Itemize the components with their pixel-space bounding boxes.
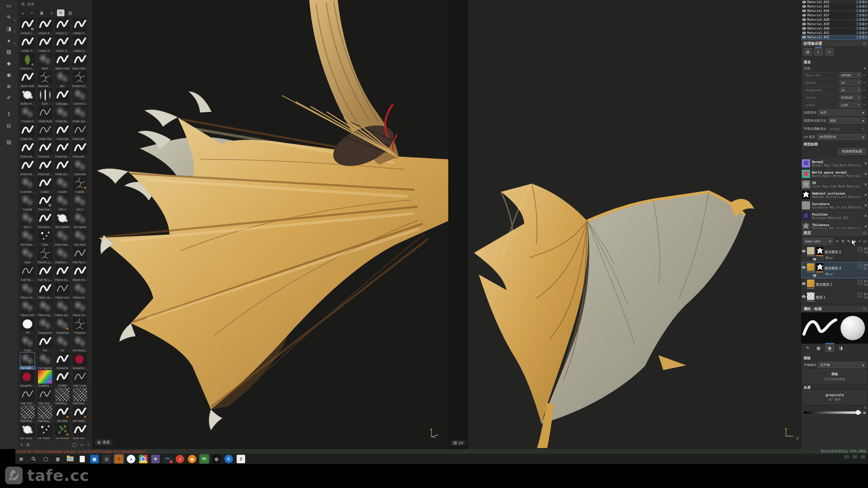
visibility-eye-icon[interactable] <box>802 32 806 34</box>
effect-visibility-eye-icon[interactable] <box>813 274 816 277</box>
brush-item[interactable]: Basic Soft <box>19 70 36 88</box>
effect-visibility-eye-icon[interactable] <box>813 258 816 261</box>
add-channel-button[interactable]: + <box>864 66 866 71</box>
brush-item[interactable]: Cement 2 <box>19 106 36 123</box>
filter-textures-icon[interactable]: ◑ <box>47 9 55 16</box>
brush-item[interactable]: Chalk Str... <box>19 123 36 141</box>
clear-mesh-map-button[interactable]: ✕ <box>863 161 868 166</box>
tab-texture-set-list[interactable]: ▤ <box>803 48 812 56</box>
mesh-map-row[interactable]: World space normalWorld Space Normals Ma… <box>801 169 868 179</box>
channel-format-select[interactable]: sRGB8▾ <box>840 72 861 78</box>
layer-row[interactable]: 填充图层 3标准50SBlur <box>801 262 868 278</box>
mesh-map-row[interactable]: PositionPosition Material.032✕ <box>801 211 868 221</box>
brush-item[interactable]: Concrete ... <box>19 176 36 194</box>
brush-item[interactable]: Dirt Spot... <box>19 229 36 247</box>
layer-effect-row[interactable]: SBlur <box>813 255 833 261</box>
viewport-3d[interactable]: 透视 <box>92 0 448 449</box>
task-view-button[interactable]: ▦ <box>54 455 62 463</box>
layer-wrench-icon[interactable]: ✑ <box>835 239 839 244</box>
brush-item[interactable]: Hair Lines <box>72 370 88 388</box>
brush-item[interactable]: Hatching ... <box>37 405 54 423</box>
zbrush[interactable]: Z <box>237 455 245 463</box>
brush-item[interactable]: Dry Mud <box>72 229 88 247</box>
tab-texture-set-settings[interactable]: ◐ <box>814 48 823 56</box>
remove-channel-button[interactable]: − <box>863 73 866 77</box>
brush-item[interactable]: Gouache ... <box>19 370 36 388</box>
notepad[interactable] <box>78 455 86 463</box>
brush-item[interactable]: Fibers Ja... <box>37 282 54 300</box>
viewport-2d[interactable]: UV U <box>448 0 801 449</box>
list-view-icon[interactable]: ≡ <box>20 442 23 447</box>
brush-item[interactable]: Graffiti <box>54 370 71 388</box>
brush-item[interactable]: Hatching ... <box>54 388 71 405</box>
layer-effect-icon[interactable]: ◔ <box>859 239 861 244</box>
brush-item[interactable]: Ink Splatt... <box>37 423 54 439</box>
brush-item[interactable]: Fibers Int... <box>19 282 36 300</box>
brush-item[interactable]: Gouache ... <box>72 352 88 370</box>
brush-item[interactable]: Charcoal ... <box>37 159 54 176</box>
brush-item[interactable]: Charcoal ... <box>37 141 54 159</box>
material-row[interactable]: Material.025主要着色器 <box>801 4 868 9</box>
brush-item[interactable]: Bark <box>37 53 54 70</box>
brush-item[interactable]: Charcoal <box>54 123 71 141</box>
clone-tool[interactable]: ⊕ <box>0 81 18 92</box>
mesh-map-row[interactable]: CurvatureCurvature Map fr…esh Material.0… <box>801 200 868 211</box>
grayscale-slider-track[interactable] <box>804 411 861 414</box>
start-button[interactable]: ⊞ <box>17 455 25 463</box>
brush-item[interactable]: Hair Line... <box>19 388 36 405</box>
brush-item[interactable]: PsDark Hat... <box>37 194 54 211</box>
filter-materials-icon[interactable]: ◒ <box>19 9 26 16</box>
uv-view-chip[interactable]: UV <box>451 440 466 446</box>
brush-item[interactable]: Artistic S... <box>54 35 71 53</box>
brush-item[interactable]: Fur <box>37 335 54 352</box>
brush-item[interactable]: Felt Tip S... <box>72 247 88 264</box>
brush-item[interactable]: Basic Hard <box>54 53 71 70</box>
brush-item[interactable]: Bullet Im... <box>19 88 36 106</box>
screenshot-app[interactable]: ◎ <box>102 455 111 463</box>
visibility-eye-icon[interactable] <box>802 27 806 30</box>
brush-item[interactable]: Ink Dirty <box>54 405 71 423</box>
tray-item[interactable] <box>844 455 849 459</box>
brush-item[interactable]: Hair Line... <box>37 388 54 405</box>
channel-name-field[interactable]: Base color <box>804 72 838 78</box>
brush-item[interactable]: Dirt 2 <box>72 194 88 211</box>
brush-item[interactable]: Cracks <box>72 176 88 194</box>
brush-item[interactable]: Felt Tip ... <box>19 264 36 282</box>
layer-visibility-eye-icon[interactable] <box>802 295 806 298</box>
bake-mesh-maps-button[interactable]: 烘焙模型贴图 <box>838 148 866 155</box>
brush-item[interactable]: Electric Li... <box>37 247 54 264</box>
brush-item[interactable]: Dirt Brus... <box>37 211 54 229</box>
channel-format-select[interactable]: L16F▾ <box>840 102 861 108</box>
brush-item[interactable]: Concrete <box>72 159 88 176</box>
paint-tool[interactable]: ✎▾ <box>0 12 18 23</box>
shelf-add-icon[interactable]: + <box>87 442 90 447</box>
axis-gizmo-3d[interactable] <box>428 427 439 440</box>
brush-item[interactable]: Hatching ... <box>19 405 36 423</box>
group-view-icon[interactable]: ≣ <box>26 442 29 447</box>
smudge-tool[interactable]: ◉ <box>0 69 18 81</box>
brush-item[interactable]: Charcoal ... <box>72 141 88 159</box>
prop-stencil-icon[interactable]: ▣ <box>826 344 834 352</box>
grayscale-resource-box[interactable]: grayscale 统一颜色 <box>804 391 866 404</box>
brush-item[interactable]: Chalk Bu... <box>54 106 71 123</box>
visibility-eye-icon[interactable] <box>802 1 806 3</box>
brush-item[interactable]: Fracture <box>72 317 88 335</box>
channel-name-field[interactable]: Metallic <box>804 80 838 85</box>
clear-mesh-map-button[interactable]: ✕ <box>863 203 868 208</box>
dock-icon[interactable]: ⊡ <box>863 307 866 311</box>
brush-item[interactable]: Fibers M... <box>72 282 88 300</box>
media-app[interactable]: ❖ <box>151 455 160 463</box>
filter-brushes-icon[interactable]: ✎ <box>57 9 64 16</box>
visibility-eye-icon[interactable] <box>802 14 806 17</box>
netease-music[interactable]: ♫ <box>176 455 184 463</box>
filter-smart-materials-icon[interactable]: ◐ <box>28 9 36 16</box>
brush-item[interactable]: Knife Pai... <box>72 423 88 439</box>
brush-item[interactable]: Fibers Fe... <box>72 264 88 282</box>
remove-channel-button[interactable]: − <box>863 88 866 92</box>
camera-mode-chip[interactable]: 透视 <box>95 439 112 446</box>
brush-item[interactable]: Elephant ... <box>54 247 71 264</box>
shelf-circle-icon[interactable]: ◯ <box>72 442 76 447</box>
substance-painter[interactable]: Pt <box>200 455 209 463</box>
brush-item[interactable]: Dots <box>37 229 54 247</box>
tab-mesh[interactable]: ▱ <box>825 48 834 56</box>
